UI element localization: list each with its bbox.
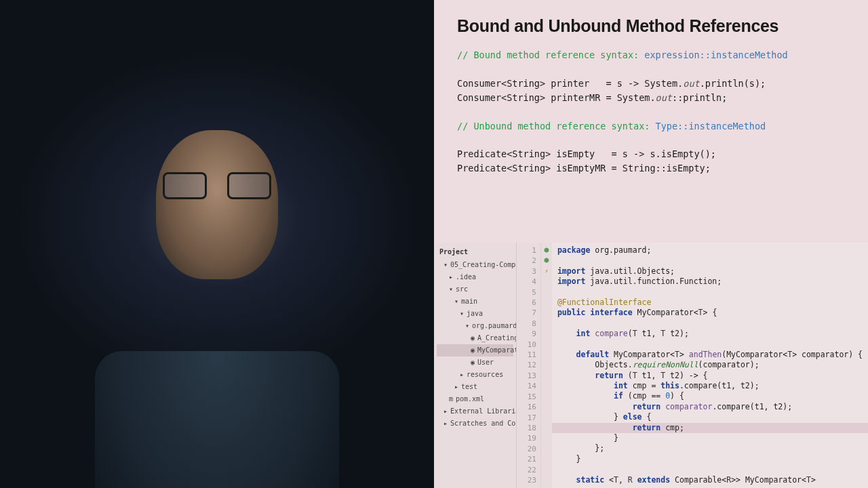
- tree-item[interactable]: ▾src: [437, 283, 513, 296]
- ide-panel: Project ▾05_Creating-Comparators ▸.idea▾…: [434, 243, 868, 488]
- tree-item[interactable]: ▾org.paumard: [437, 320, 513, 332]
- tree-item[interactable]: ▾java: [437, 308, 513, 320]
- line-gutter: 1234567891011121314151617181920212223: [517, 243, 541, 488]
- tree-item[interactable]: ◉A_CreatingComparato: [437, 332, 513, 344]
- video-background: [0, 0, 434, 488]
- tree-item[interactable]: ▸Scratches and Consoles: [437, 418, 513, 430]
- slide-title: Bound and Unbound Method References: [457, 16, 845, 36]
- project-header: Project: [437, 245, 513, 259]
- presenter-face: [156, 130, 278, 279]
- slide-area: Bound and Unbound Method References // B…: [434, 0, 868, 243]
- presenter-glasses: [163, 172, 271, 199]
- tree-root[interactable]: ▾05_Creating-Comparators: [437, 259, 513, 271]
- gutter-icons: ⬢⬢⚡: [541, 243, 552, 488]
- project-tree[interactable]: Project ▾05_Creating-Comparators ▸.idea▾…: [434, 243, 517, 488]
- tree-item[interactable]: mpom.xml: [437, 393, 513, 405]
- code-area[interactable]: package org.paumard; import java.util.Ob…: [552, 243, 868, 488]
- tree-item[interactable]: ▸test: [437, 381, 513, 393]
- code-editor[interactable]: 1234567891011121314151617181920212223 ⬢⬢…: [517, 243, 868, 488]
- presenter-video: [0, 0, 434, 488]
- content-panel: Bound and Unbound Method References // B…: [434, 0, 868, 488]
- tree-item[interactable]: ◉MyComparator: [437, 344, 513, 357]
- presenter-shirt: [95, 351, 339, 488]
- tree-item[interactable]: ▸.idea: [437, 271, 513, 283]
- tree-item[interactable]: ◉User: [437, 357, 513, 369]
- tree-item[interactable]: ▸External Libraries: [437, 405, 513, 418]
- slide-code: // Bound method reference syntax: expres…: [457, 48, 845, 176]
- tree-item[interactable]: ▾main: [437, 296, 513, 308]
- tree-item[interactable]: ▸resources: [437, 369, 513, 381]
